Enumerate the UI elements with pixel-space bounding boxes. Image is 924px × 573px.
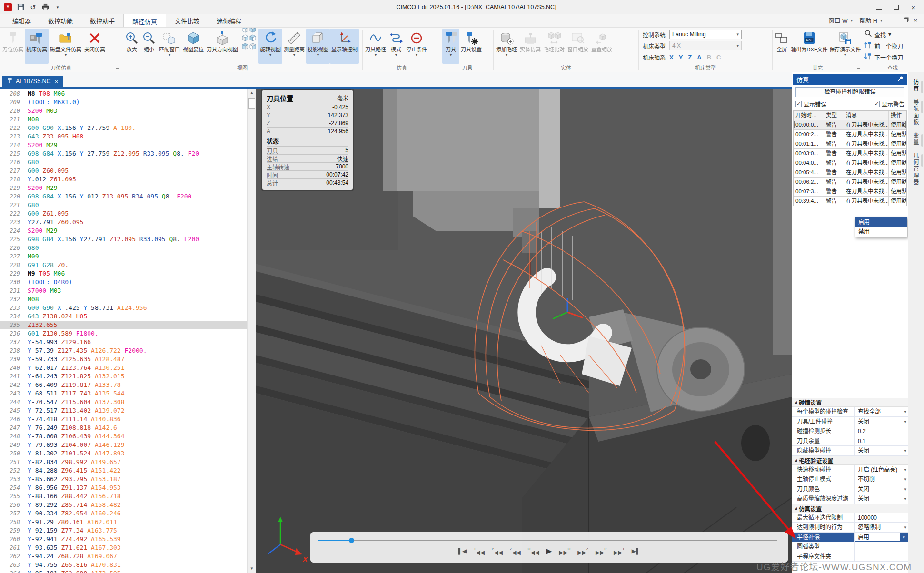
ribbon-button-测量距离[interactable]: 测量距离▾ xyxy=(282,29,306,64)
playback-handle[interactable] xyxy=(349,538,354,543)
menu-tab-文件比较[interactable]: 文件比较 xyxy=(166,14,208,27)
scrollbar-thumb[interactable] xyxy=(248,98,255,109)
tab-close-icon[interactable]: × xyxy=(55,78,59,85)
setting-value[interactable]: 关闭▾ xyxy=(855,417,908,426)
menu-tab-迷你编程[interactable]: 迷你编程 xyxy=(208,14,250,27)
chevron-down-icon[interactable]: ▾ xyxy=(904,417,906,426)
ribbon-button-iso-cubes[interactable] xyxy=(239,29,258,64)
playback-slider[interactable] xyxy=(318,540,777,541)
axis-A[interactable]: A xyxy=(697,54,701,61)
menu-tab-数控功能[interactable]: 数控功能 xyxy=(40,14,81,27)
print-icon[interactable] xyxy=(41,3,49,11)
pin-icon[interactable] xyxy=(897,76,904,83)
setting-value[interactable]: 0.1 xyxy=(855,436,908,446)
setting-row-达到限制时的行为[interactable]: 达到限制时的行为忽略限制▾ xyxy=(792,523,908,533)
setting-value[interactable]: 关闭▾ xyxy=(855,494,908,504)
setting-value[interactable]: 忽略限制▾ xyxy=(855,523,908,532)
setting-row-每个模型的碰撞检查[interactable]: 每个模型的碰撞检查查找全部▾ xyxy=(792,407,908,417)
setting-row-快速移动碰撞[interactable]: 快速移动碰撞开启 (红色高亮)▾ xyxy=(792,465,908,475)
skip-end-button[interactable]: ▶▌ xyxy=(631,546,641,557)
quick-access-caret-icon[interactable]: ▾ xyxy=(54,3,61,11)
ribbon-button-输出为DXF文件[interactable]: DXF输出为DXF文件 xyxy=(790,29,828,64)
setting-value[interactable]: 关闭▾ xyxy=(855,446,908,455)
machine-select-控制系统[interactable]: Fanuc Milling▾ xyxy=(669,30,742,39)
setting-value[interactable]: 0.2 xyxy=(855,426,908,436)
find-row-查找[interactable]: 查找▾ xyxy=(864,29,921,40)
rewind-pass-button[interactable]: P◀◀ xyxy=(491,546,504,557)
ribbon-button-旋转视图[interactable]: 旋转视图▾ xyxy=(258,29,282,64)
check-collision-button[interactable]: 检查碰撞和超限错误 xyxy=(795,87,904,97)
menu-tab-编辑器[interactable]: 编辑器 xyxy=(4,14,40,27)
ribbon-button-视图复位[interactable]: 视图复位 xyxy=(181,29,205,64)
setting-row-主轴停止模式[interactable]: 主轴停止模式不切削▾ xyxy=(792,474,908,484)
ribbon-button-停止条件[interactable]: 停止条件▾ xyxy=(405,29,428,64)
warning-row[interactable]: 00:04:0...警告在刀具表中未找...使用默... xyxy=(794,158,906,168)
ribbon-button-匹配窗口[interactable]: 匹配窗口▾ xyxy=(158,29,181,64)
section-header-仿真设置[interactable]: ◢仿真设置 xyxy=(792,504,908,513)
doc-minimize-button[interactable] xyxy=(894,17,898,24)
chevron-down-icon[interactable]: ▾ xyxy=(904,465,906,474)
ribbon-button-关闭仿真[interactable]: 关闭仿真 xyxy=(83,29,107,64)
setting-row-刀具余量[interactable]: 刀具余量0.1 xyxy=(792,436,908,446)
play-button[interactable]: ▶ xyxy=(546,546,553,557)
forward-pass-button[interactable]: ▶▶P xyxy=(595,546,607,557)
ribbon-button-显示轴控制[interactable]: 显示轴控制 xyxy=(330,29,359,64)
ribbon-button-刀具[interactable]: 刀具▾ xyxy=(442,29,459,64)
warning-row[interactable]: 00:03:0...警告在刀具表中未找...使用默... xyxy=(794,149,906,158)
warning-row[interactable]: 00:00:2...警告在刀具表中未找...使用默... xyxy=(794,130,906,139)
dropdown-option-禁用[interactable]: 禁用 xyxy=(855,227,907,237)
chevron-down-icon[interactable]: ▾ xyxy=(904,407,906,416)
nc-code-editor[interactable]: 208N8 T08 M06209(TOOL: M6X1.0)210S200 M0… xyxy=(0,89,256,573)
warning-row[interactable]: 00:06:2...警告在刀具表中未找...使用默... xyxy=(794,178,906,187)
close-button[interactable]: × xyxy=(911,3,915,11)
show-warnings-checkbox[interactable]: ✓显示警告 xyxy=(874,100,904,108)
ribbon-button-投影视图[interactable]: 投影视图▾ xyxy=(306,29,330,64)
setting-row-刀具/工件碰撞[interactable]: 刀具/工件碰撞关闭▾ xyxy=(792,417,908,427)
ribbon-button-机床仿真[interactable]: 机床仿真 xyxy=(25,29,49,64)
setting-value[interactable]: 100000 xyxy=(855,513,908,523)
ribbon-button-放大[interactable]: 放大 xyxy=(123,29,140,64)
chevron-down-icon[interactable]: ▾ xyxy=(904,474,906,484)
axis-X[interactable]: X xyxy=(669,54,674,61)
side-tab-变量[interactable]: 变量 xyxy=(912,132,920,146)
editor-scrollbar[interactable]: ▲ ▼ xyxy=(247,89,256,573)
side-tab-几何管理器[interactable]: 几何管理器 xyxy=(912,152,920,186)
setting-row-刀具颜色[interactable]: 刀具颜色关闭▾ xyxy=(792,484,908,494)
setting-value[interactable]: 关闭▾ xyxy=(855,484,908,494)
chevron-down-icon[interactable]: ▾ xyxy=(900,533,908,542)
setting-value[interactable] xyxy=(855,542,908,552)
setting-value[interactable]: 查找全部▾ xyxy=(855,407,908,416)
doc-restore-button[interactable] xyxy=(904,18,908,22)
dialog-launcher-icon[interactable] xyxy=(857,65,860,69)
dialog-launcher-icon[interactable] xyxy=(116,65,119,69)
scroll-down-icon[interactable]: ▼ xyxy=(248,565,256,573)
ribbon-button-保存演示文件[interactable]: 保存演示文件▾ xyxy=(828,29,862,64)
dropdown-option-启用[interactable]: 启用 xyxy=(855,217,907,227)
side-tab-导航面板[interactable]: 导航面板 xyxy=(912,99,920,126)
setting-row-半径补偿[interactable]: 半径补偿启用▾ xyxy=(792,533,908,543)
chevron-down-icon[interactable]: ▾ xyxy=(904,523,906,532)
warning-row[interactable]: 00:05:4...警告在刀具表中未找...使用默... xyxy=(794,168,906,178)
warning-row[interactable]: 00:01:1...警告在刀具表中未找...使用默... xyxy=(794,139,906,149)
setting-row-高质量缩放深度过滤[interactable]: 高质量缩放深度过滤关闭▾ xyxy=(792,494,908,504)
machine-3d-viewport[interactable]: X 刀具位置 毫米 X-0.425Y142.373Z-27.869A124.95… xyxy=(256,89,792,573)
menu-tab-路径仿真[interactable]: 路径仿真 xyxy=(123,14,166,27)
forward-z-button[interactable]: ▶▶Z xyxy=(576,546,589,557)
doc-close-button[interactable]: × xyxy=(914,17,917,24)
ribbon-button-缩小[interactable]: 缩小 xyxy=(140,29,158,64)
ribbon-button-刀具方向视图[interactable]: 刀具方向视图 xyxy=(205,29,239,64)
save-icon[interactable] xyxy=(17,3,24,11)
rewind-toolchange-button[interactable]: T◀◀ xyxy=(473,546,486,557)
ribbon-button-添加毛坯[interactable]: 添加毛坯▾ xyxy=(495,29,518,64)
chevron-down-icon[interactable]: ▾ xyxy=(904,446,906,455)
maximize-button[interactable] xyxy=(894,4,899,11)
menu-window[interactable]: 窗口 W xyxy=(829,16,848,25)
setting-row-圆弧类型[interactable]: 圆弧类型 xyxy=(792,542,908,552)
chevron-down-icon[interactable]: ▾ xyxy=(904,494,906,504)
undo-icon[interactable]: ↺ xyxy=(29,3,37,11)
section-header-毛坯验证设置[interactable]: ◢毛坯验证设置 xyxy=(792,456,908,465)
axis-C[interactable]: C xyxy=(716,54,721,61)
menu-tab-数控助手[interactable]: 数控助手 xyxy=(81,14,123,27)
axis-Y[interactable]: Y xyxy=(679,54,683,61)
show-errors-checkbox[interactable]: ✓显示错误 xyxy=(795,100,826,108)
